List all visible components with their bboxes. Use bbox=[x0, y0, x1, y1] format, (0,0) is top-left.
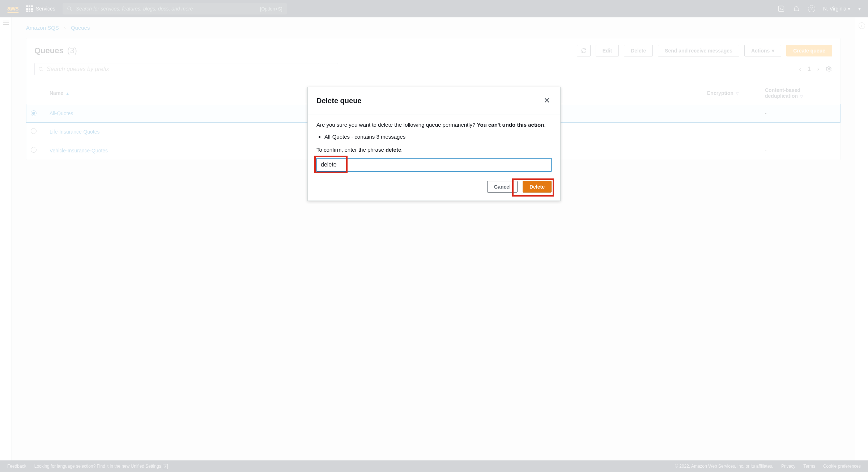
modal-overlay bbox=[0, 0, 868, 472]
modal-confirm-prompt: To confirm, enter the phrase delete. bbox=[316, 146, 552, 154]
modal-close-button[interactable]: ✕ bbox=[542, 94, 552, 107]
modal-title: Delete queue bbox=[316, 97, 361, 105]
modal-cancel-button[interactable]: Cancel bbox=[487, 181, 518, 193]
modal-delete-button[interactable]: Delete bbox=[523, 181, 552, 193]
delete-queue-modal: Delete queue ✕ Are you sure you want to … bbox=[307, 87, 561, 201]
modal-warning: Are you sure you want to delete the foll… bbox=[316, 121, 552, 129]
modal-queue-item: All-Quotes - contains 3 messages bbox=[324, 133, 552, 141]
confirm-delete-input[interactable] bbox=[316, 158, 552, 172]
